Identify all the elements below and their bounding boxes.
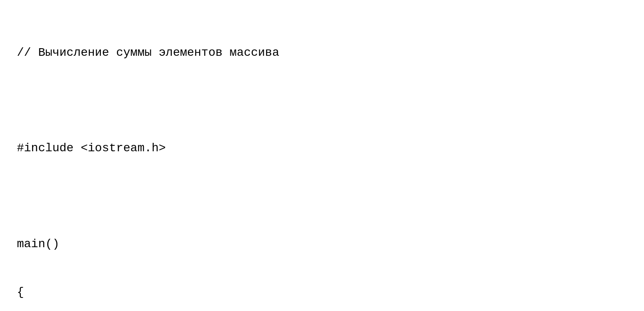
open-brace-line: { xyxy=(17,284,627,300)
main-signature-line: main() xyxy=(17,236,627,252)
blank-line-2 xyxy=(17,188,627,205)
include-line: #include <iostream.h> xyxy=(17,140,627,156)
code-editor: // Вычисление суммы элементов массива #i… xyxy=(17,13,627,311)
comment-line: // Вычисление суммы элементов массива xyxy=(17,45,627,61)
blank-line-1 xyxy=(17,93,627,109)
